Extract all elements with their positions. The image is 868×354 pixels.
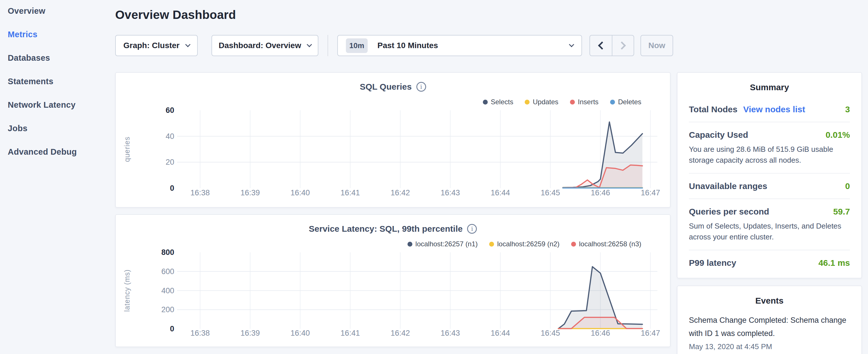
view-nodes-list-link[interactable]: View nodes list [743,104,805,114]
info-icon[interactable]: i [416,82,426,92]
legend-item-updates: Updates [525,98,558,106]
dashboard-content: SQL Queries i SelectsUpdatesInsertsDelet… [115,72,862,354]
chart-legend: SelectsUpdatesInsertsDeletes [483,98,642,106]
capacity-used-label: Capacity Used [689,130,748,140]
unavailable-ranges-label: Unavailable ranges [689,181,767,191]
sidebar-item-overview[interactable]: Overview [8,6,45,15]
time-pager [589,35,634,56]
chevron-right-icon [618,41,626,50]
sidebar-list-item: Statements [8,76,115,87]
summary-row-p99: P99 latency 46.1 ms [689,250,850,275]
summary-row-unavailable-ranges: Unavailable ranges 0 [689,173,850,198]
svg-text:16:42: 16:42 [391,329,410,337]
sidebar-item-jobs[interactable]: Jobs [8,124,28,133]
capacity-used-value: 0.01% [826,130,850,140]
svg-text:16:45: 16:45 [541,329,560,337]
summary-panel: Summary Total Nodes View nodes list 3 Ca… [677,72,862,279]
legend-dot-icon [570,100,575,104]
now-button[interactable]: Now [641,35,673,56]
event-item[interactable]: Schema Change Completed: Schema change w… [689,314,850,340]
qps-label: Queries per second [689,207,769,217]
svg-text:16:38: 16:38 [191,329,210,337]
legend-item-localhost-26258-n3-: localhost:26258 (n3) [571,240,641,248]
info-icon[interactable]: i [467,224,477,234]
chevron-down-icon [185,42,190,47]
svg-text:16:45: 16:45 [541,189,560,197]
legend-label: Deletes [618,98,641,106]
svg-text:16:38: 16:38 [191,189,210,197]
dashboard-dropdown[interactable]: Dashboard: Overview [212,35,318,56]
time-window-badge: 10m [346,38,368,53]
events-panel: Events Schema Change Completed: Schema c… [677,286,862,354]
svg-text:16:40: 16:40 [290,329,310,337]
legend-dot-icon [610,100,615,104]
legend-item-localhost-26259-n2-: localhost:26259 (n2) [489,240,559,248]
chevron-left-icon [598,41,606,50]
svg-text:16:41: 16:41 [340,329,360,337]
svg-text:800: 800 [161,248,174,257]
legend-dot-icon [571,242,576,247]
svg-text:16:44: 16:44 [491,189,510,197]
svg-text:60: 60 [166,106,174,115]
chevron-down-icon [569,42,574,47]
toolbar: Graph: Cluster Dashboard: Overview 10m P… [115,35,862,56]
sidebar-item-statements[interactable]: Statements [8,77,53,86]
legend-item-inserts: Inserts [570,98,599,106]
legend-dot-icon [483,100,488,104]
graph-dropdown[interactable]: Graph: Cluster [115,35,198,56]
sidebar-list-item: Metrics [8,29,115,39]
svg-text:600: 600 [161,267,174,276]
sidebar-list-item: Overview [8,6,115,16]
legend-dot-icon [525,100,530,104]
sidebar-nav-list: OverviewMetricsDatabasesStatementsNetwor… [8,6,115,157]
event-timestamp: May 13, 2020 at 4:45 PM [689,342,850,351]
svg-text:16:47: 16:47 [641,189,660,197]
sidebar-list-item: Network Latency [8,100,115,110]
sidebar-list-item: Jobs [8,123,115,133]
svg-text:200: 200 [161,305,174,314]
legend-label: localhost:26259 (n2) [497,240,559,248]
svg-text:16:39: 16:39 [241,329,260,337]
chart-title-row: Service Latency: SQL, 99th percentile i [116,224,670,234]
svg-text:16:46: 16:46 [591,329,610,337]
page-title: Overview Dashboard [115,8,862,22]
charts-column: SQL Queries i SelectsUpdatesInsertsDelet… [115,72,671,354]
legend-dot-icon [407,242,412,247]
chart-legend: localhost:26257 (n1)localhost:26259 (n2)… [407,240,641,248]
svg-text:0: 0 [170,184,174,192]
service-latency-chart[interactable]: 16:3816:3916:4016:4116:4216:4316:4416:45… [116,215,670,347]
events-title: Events [689,296,850,305]
chart-title: SQL Queries [360,82,411,92]
dashboard-dropdown-label: Dashboard: Overview [219,41,301,50]
svg-text:16:47: 16:47 [641,329,660,337]
time-next-button[interactable] [612,35,633,56]
time-window-select[interactable]: 10m Past 10 Minutes [337,35,582,56]
svg-text:latency (ms): latency (ms) [123,269,131,312]
right-column: Summary Total Nodes View nodes list 3 Ca… [677,72,862,354]
sidebar-list-item: Advanced Debug [8,147,115,157]
qps-desc: Sum of Selects, Updates, Inserts, and De… [689,221,850,242]
main-content: Overview Dashboard Graph: Cluster Dashbo… [115,0,868,354]
sidebar-item-advanced-debug[interactable]: Advanced Debug [8,147,77,156]
service-latency-chart-card: Service Latency: SQL, 99th percentile i … [115,214,671,347]
sql-queries-chart[interactable]: 16:3816:3916:4016:4116:4216:4316:4416:45… [116,73,670,207]
summary-row-qps: Queries per second 59.7 Sum of Selects, … [689,199,850,250]
sidebar-item-databases[interactable]: Databases [8,53,50,62]
graph-dropdown-label: Graph: Cluster [123,41,179,50]
legend-item-localhost-26257-n1-: localhost:26257 (n1) [407,240,478,248]
sidebar-item-metrics[interactable]: Metrics [8,30,37,39]
svg-text:16:42: 16:42 [391,189,410,197]
svg-text:0: 0 [170,324,174,333]
svg-text:16:40: 16:40 [290,189,310,197]
svg-text:16:43: 16:43 [441,329,460,337]
time-prev-button[interactable] [590,35,612,56]
svg-text:40: 40 [166,132,174,141]
summary-row-capacity: Capacity Used 0.01% You are using 28.6 M… [689,122,850,173]
svg-text:16:41: 16:41 [340,189,360,197]
svg-text:queries: queries [123,137,131,162]
svg-text:400: 400 [161,286,174,295]
svg-text:16:39: 16:39 [241,189,260,197]
sidebar-item-network-latency[interactable]: Network Latency [8,100,76,109]
legend-label: Inserts [578,98,599,106]
legend-label: localhost:26257 (n1) [415,240,478,248]
